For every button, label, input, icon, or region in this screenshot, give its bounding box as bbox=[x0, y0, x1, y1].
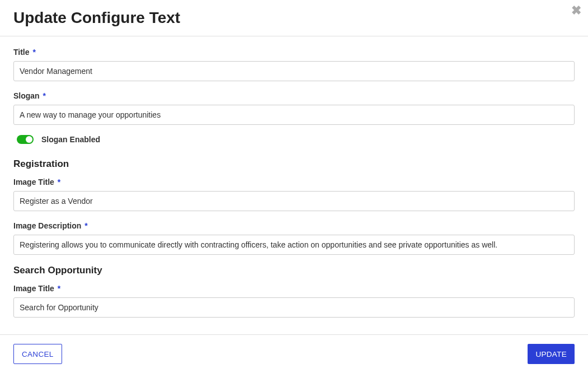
registration-image-title-label-text: Image Title bbox=[13, 178, 54, 186]
search-image-title-label-text: Image Title bbox=[13, 284, 54, 293]
modal-header: Update Configure Text ✖ bbox=[0, 0, 588, 36]
required-asterisk-icon: * bbox=[84, 221, 87, 230]
modal-body: Title * Slogan * Slogan Enabled Registra… bbox=[0, 36, 588, 334]
registration-image-description-input[interactable] bbox=[13, 235, 575, 255]
slogan-enabled-toggle[interactable] bbox=[17, 135, 34, 144]
toggle-knob-icon bbox=[26, 136, 32, 143]
required-asterisk-icon: * bbox=[32, 48, 35, 57]
slogan-input[interactable] bbox=[13, 105, 575, 125]
cancel-button[interactable]: CANCEL bbox=[13, 344, 62, 364]
slogan-enabled-row: Slogan Enabled bbox=[13, 135, 575, 144]
slogan-enabled-label: Slogan Enabled bbox=[41, 135, 100, 144]
registration-image-description-label: Image Description * bbox=[13, 221, 575, 230]
update-button[interactable]: UPDATE bbox=[528, 344, 575, 364]
title-label-text: Title bbox=[13, 48, 30, 57]
registration-image-description-label-text: Image Description bbox=[13, 221, 81, 230]
search-image-title-input[interactable] bbox=[13, 297, 575, 318]
modal-title: Update Configure Text bbox=[13, 9, 575, 27]
update-configure-text-modal: Update Configure Text ✖ Title * Slogan *… bbox=[0, 0, 588, 373]
search-image-title-label: Image Title * bbox=[13, 284, 575, 293]
search-image-title-group: Image Title * bbox=[13, 284, 575, 318]
registration-heading: Registration bbox=[13, 158, 575, 170]
registration-image-title-group: Image Title * bbox=[13, 178, 575, 211]
registration-image-description-group: Image Description * bbox=[13, 221, 575, 255]
modal-footer: CANCEL UPDATE bbox=[0, 334, 588, 373]
search-opportunity-heading: Search Opportunity bbox=[13, 265, 575, 276]
slogan-label: Slogan * bbox=[13, 91, 575, 100]
registration-image-title-input[interactable] bbox=[13, 191, 575, 211]
required-asterisk-icon: * bbox=[58, 284, 60, 293]
title-input[interactable] bbox=[13, 61, 575, 81]
registration-image-title-label: Image Title * bbox=[13, 178, 575, 186]
required-asterisk-icon: * bbox=[58, 178, 60, 186]
title-field-group: Title * bbox=[13, 48, 575, 81]
close-icon[interactable]: ✖ bbox=[571, 4, 581, 17]
slogan-field-group: Slogan * bbox=[13, 91, 575, 125]
title-label: Title * bbox=[13, 48, 575, 57]
required-asterisk-icon: * bbox=[43, 91, 46, 100]
slogan-label-text: Slogan bbox=[13, 91, 40, 100]
